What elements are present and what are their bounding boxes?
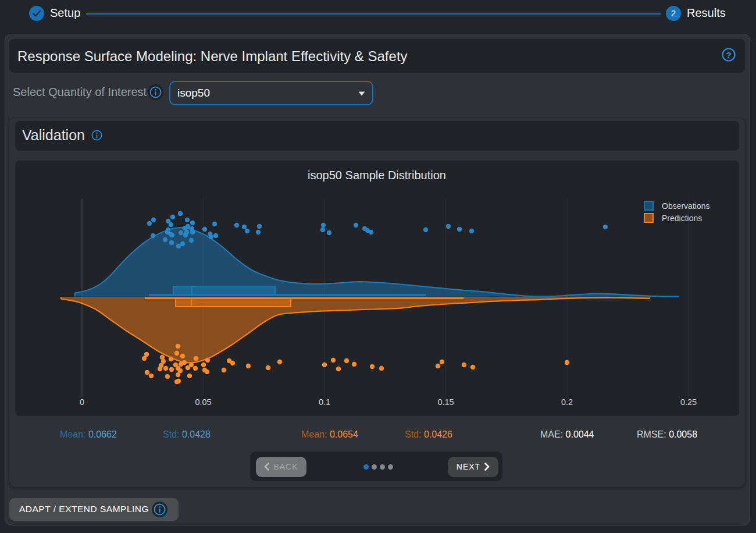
svg-text:isop50 Sample Distribution: isop50 Sample Distribution [308,169,446,182]
svg-text:0.1: 0.1 [319,397,330,407]
svg-text:0: 0 [80,397,84,407]
svg-text:0.05: 0.05 [195,397,211,407]
svg-text:?: ? [726,50,731,60]
svg-text:0.15: 0.15 [437,397,454,407]
svg-text:Observations: Observations [662,201,709,211]
svg-text:0.2: 0.2 [561,397,573,407]
svg-text:Predictions: Predictions [662,214,702,223]
svg-text:0.25: 0.25 [680,397,697,407]
